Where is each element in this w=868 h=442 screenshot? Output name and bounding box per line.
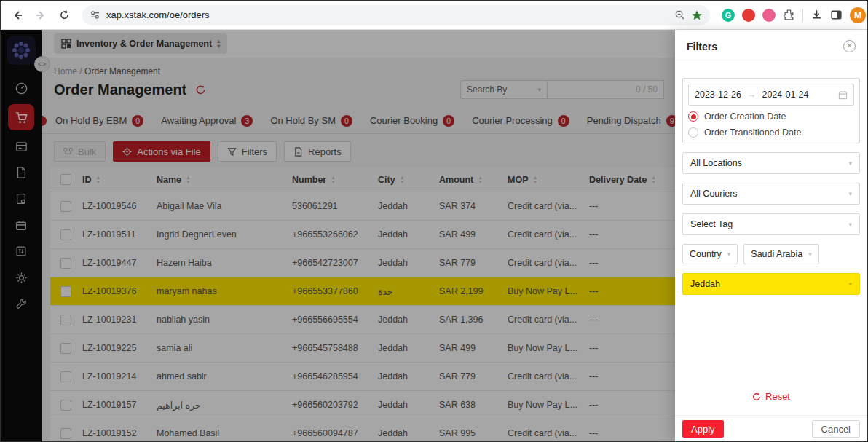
filters-drawer: Filters ✕ 2023-12-26 → 2024-01-24 [675,30,867,442]
calendar-icon [838,90,848,100]
site-info-icon[interactable] [90,9,100,20]
extensions-area: G M [722,7,868,23]
url-bar[interactable]: xap.xstak.com/oe/orders [82,5,710,25]
date-type-radio-group: Order Creation Date Order Transitioned D… [688,111,854,138]
cancel-button[interactable]: Cancel [812,420,860,438]
browser-toolbar: xap.xstak.com/oe/orders G M [1,1,867,30]
filter-select-value: All Couriers [690,189,738,199]
reset-icon [752,392,761,401]
chevron-down-icon: ▾ [727,250,731,258]
date-to[interactable]: 2024-01-24 [762,90,808,100]
side-panel-icon[interactable] [830,9,843,21]
date-range-picker[interactable]: 2023-12-26 → 2024-01-24 [688,84,854,106]
date-filter-group: 2023-12-26 → 2024-01-24 Order Creation D… [682,78,860,143]
screen: xap.xstak.com/oe/orders G M [0,0,868,442]
profile-avatar[interactable]: M [850,7,866,23]
country-value-select[interactable]: Saudi Arabia ▾ [743,244,818,264]
extensions-puzzle-icon[interactable] [783,9,795,21]
filter-selects: All Locations ▾ All Couriers ▾ Select Ta… [682,143,860,235]
toolbar-separator [802,9,803,22]
country-row: Country ▾ Saudi Arabia ▾ [682,244,860,264]
date-arrow: → [747,90,757,100]
radio-icon [688,127,698,138]
drawer-header: Filters ✕ [675,30,867,63]
filter-select-value: All Locations [690,158,742,168]
date-from[interactable]: 2023-12-26 [695,90,741,100]
back-icon[interactable] [8,6,27,25]
forward-icon[interactable] [31,6,50,25]
city-select-highlighted[interactable]: Jeddah ▾ [682,273,860,295]
chevron-down-icon: ▾ [848,190,852,197]
drawer-title: Filters [687,41,717,52]
radio-icon [688,111,698,122]
apply-button[interactable]: Apply [682,420,724,438]
reset-filters[interactable]: Reset [682,391,860,415]
country-type-value: Country [690,249,722,259]
downloads-icon[interactable] [810,9,823,21]
country-type-select[interactable]: Country ▾ [682,244,738,264]
app-window: <> Inventory & Order Management ▴▾ Home … [1,30,867,442]
radio-option[interactable]: Order Creation Date [688,111,854,122]
chevron-down-icon: ▾ [848,159,852,167]
drawer-overlay-mask [1,30,675,442]
radio-label: Order Creation Date [704,111,786,122]
bookmark-star-icon[interactable] [691,9,703,21]
radio-label: Order Transitioned Date [704,127,801,138]
url-text[interactable]: xap.xstak.com/oe/orders [106,9,668,20]
drawer-footer: Apply Cancel [675,415,867,442]
zoom-icon[interactable] [674,9,685,20]
drawer-body: 2023-12-26 → 2024-01-24 Order Creation D… [675,63,867,415]
filter-select[interactable]: All Locations ▾ [682,152,860,174]
red-extension-icon[interactable] [742,9,755,22]
pink-extension-icon[interactable] [762,9,776,22]
chevron-down-icon: ▾ [848,280,852,288]
filter-select-value: Select Tag [690,219,733,229]
radio-option[interactable]: Order Transitioned Date [688,127,854,138]
chevron-down-icon: ▾ [848,221,852,228]
reload-icon[interactable] [55,6,74,25]
reset-label: Reset [765,391,790,402]
city-value: Jeddah [690,279,720,289]
filter-select[interactable]: All Couriers ▾ [682,183,860,205]
close-icon[interactable]: ✕ [843,40,856,52]
grammarly-extension-icon[interactable]: G [722,9,735,22]
country-value: Saudi Arabia [751,249,802,259]
filter-select[interactable]: Select Tag ▾ [682,213,860,235]
chevron-down-icon: ▾ [808,250,812,258]
